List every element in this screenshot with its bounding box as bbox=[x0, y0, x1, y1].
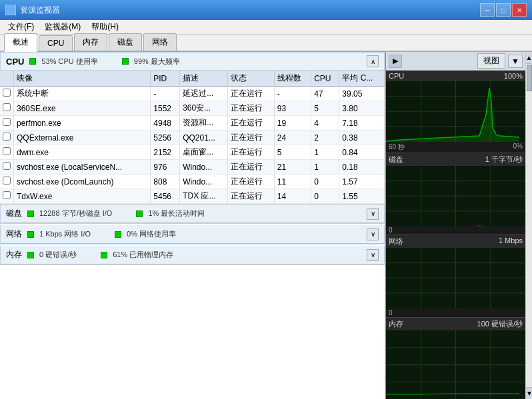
cpu-graph-right: 100% bbox=[504, 72, 523, 80]
cpu-section-header: CPU 53% CPU 使用率 99% 最大频率 ∧ bbox=[0, 52, 385, 71]
tab-memory[interactable]: 内存 bbox=[74, 33, 107, 51]
col-check bbox=[0, 71, 14, 87]
process-cpu: 2 bbox=[311, 131, 339, 145]
window-title: 资源监视器 bbox=[20, 5, 60, 16]
row-checkbox[interactable] bbox=[3, 147, 11, 155]
table-row[interactable]: perfmon.exe4948资源和...正在运行1947.18 bbox=[0, 116, 385, 131]
col-cpu: CPU bbox=[311, 71, 339, 87]
memory-graph-label: 内存 bbox=[389, 319, 403, 329]
row-checkbox[interactable] bbox=[3, 118, 11, 126]
process-threads: 93 bbox=[274, 101, 311, 116]
col-image: 映像 bbox=[14, 71, 151, 87]
process-desc: 延迟过... bbox=[180, 87, 228, 101]
row-checkbox[interactable] bbox=[3, 191, 11, 199]
disk-graph-right: 1 千字节/秒 bbox=[485, 155, 523, 165]
cpu-graph: CPU 100% bbox=[386, 71, 525, 153]
memory-graph-canvas bbox=[386, 330, 525, 400]
cpu-graph-time: 60 秒 bbox=[389, 143, 405, 152]
memory-graph-header: 内存 100 硬错误/秒 bbox=[386, 318, 525, 330]
menu-monitor[interactable]: 监视器(M) bbox=[39, 20, 86, 34]
col-pid: PID bbox=[151, 71, 180, 87]
table-row[interactable]: 系统中断-延迟过...正在运行-4739.05 bbox=[0, 87, 385, 101]
process-name: perfmon.exe bbox=[14, 116, 151, 131]
expand-right-btn[interactable]: ▶ bbox=[389, 55, 402, 68]
maximize-button[interactable]: □ bbox=[496, 3, 511, 17]
graph-section: CPU 100% bbox=[386, 71, 525, 399]
network-section: 网络 1 Kbps 网络 I/O 0% 网络使用率 ∨ bbox=[0, 225, 385, 244]
table-row[interactable]: svchost.exe (DcomLaunch)808Windo...正在运行1… bbox=[0, 175, 385, 189]
disk-graph-header: 磁盘 1 千字节/秒 bbox=[386, 153, 525, 166]
row-checkbox[interactable] bbox=[3, 103, 11, 111]
tab-cpu[interactable]: CPU bbox=[39, 35, 73, 51]
disk-graph-label: 磁盘 bbox=[389, 155, 403, 165]
view-dropdown[interactable]: ▼ bbox=[508, 55, 523, 68]
cpu-table-container: 映像 PID 描述 状态 线程数 CPU 平均 C... 系统中断-延迟过...… bbox=[0, 71, 385, 204]
scroll-thumb[interactable] bbox=[527, 65, 532, 91]
left-panel: CPU 53% CPU 使用率 99% 最大频率 ∧ 映像 PID 描述 状态 … bbox=[0, 52, 385, 399]
table-row[interactable]: 360SE.exe1552360安...正在运行9353.80 bbox=[0, 101, 385, 116]
row-checkbox[interactable] bbox=[3, 89, 11, 97]
process-threads: 21 bbox=[274, 160, 311, 175]
disk-graph-zero: 0 bbox=[389, 226, 393, 234]
network-dot bbox=[27, 231, 34, 238]
process-threads: 19 bbox=[274, 116, 311, 131]
memory-physical: 61% 已用物理内存 bbox=[113, 250, 173, 260]
right-panel: ▶ 视图 ▼ CPU 100% bbox=[385, 52, 525, 399]
disk-section-header[interactable]: 磁盘 12288 字节/秒磁盘 I/O 1% 最长活动时间 ∨ bbox=[1, 204, 384, 223]
process-status: 正在运行 bbox=[227, 101, 274, 116]
row-checkbox[interactable] bbox=[3, 133, 11, 141]
cpu-graph-canvas bbox=[386, 81, 525, 142]
menu-help[interactable]: 帮助(H) bbox=[86, 20, 124, 34]
tab-disk[interactable]: 磁盘 bbox=[109, 33, 142, 51]
memory-section: 内存 0 硬错误/秒 61% 已用物理内存 ∨ bbox=[0, 246, 385, 265]
process-avg-cpu: 3.80 bbox=[339, 101, 385, 116]
memory-expand-btn[interactable]: ∨ bbox=[367, 249, 379, 261]
minimize-button[interactable]: ─ bbox=[480, 3, 495, 17]
process-pid: 4948 bbox=[151, 116, 180, 131]
menu-bar: 文件(F) 监视器(M) 帮助(H) bbox=[0, 20, 532, 35]
process-avg-cpu: 1.55 bbox=[339, 189, 385, 204]
network-usage: 0% 网络使用率 bbox=[127, 229, 176, 239]
disk-title: 磁盘 bbox=[6, 208, 22, 219]
network-section-header[interactable]: 网络 1 Kbps 网络 I/O 0% 网络使用率 ∨ bbox=[1, 225, 384, 244]
menu-file[interactable]: 文件(F) bbox=[3, 20, 39, 34]
scrollbar[interactable]: ▲ ▼ bbox=[525, 52, 532, 399]
tab-overview[interactable]: 概述 bbox=[4, 33, 37, 52]
close-button[interactable]: ✕ bbox=[512, 3, 527, 17]
scroll-down-btn[interactable]: ▼ bbox=[526, 387, 532, 399]
network-graph-zero: 0 bbox=[389, 309, 393, 316]
scroll-up-btn[interactable]: ▲ bbox=[526, 52, 532, 64]
memory-section-header[interactable]: 内存 0 硬错误/秒 61% 已用物理内存 ∨ bbox=[1, 246, 384, 264]
process-avg-cpu: 0.18 bbox=[339, 160, 385, 175]
network-expand-btn[interactable]: ∨ bbox=[367, 228, 379, 240]
col-status: 状态 bbox=[227, 71, 274, 87]
process-pid: 808 bbox=[151, 175, 180, 189]
disk-active-dot bbox=[136, 210, 143, 217]
svg-marker-6 bbox=[386, 88, 519, 142]
network-graph-label: 网络 bbox=[389, 236, 403, 246]
table-row[interactable]: QQExternal.exe5256QQ201...正在运行2420.38 bbox=[0, 131, 385, 145]
table-row[interactable]: svchost.exe (LocalServiceN...976Windo...… bbox=[0, 160, 385, 175]
table-row[interactable]: TdxW.exe5456TDX 应...正在运行1401.55 bbox=[0, 189, 385, 204]
process-threads: 14 bbox=[274, 189, 311, 204]
process-threads: - bbox=[274, 87, 311, 101]
tab-network[interactable]: 网络 bbox=[143, 33, 177, 51]
memory-errors: 0 硬错误/秒 bbox=[39, 250, 77, 260]
view-button[interactable]: 视图 bbox=[477, 53, 505, 69]
cpu-graph-bottom: 60 秒 0% bbox=[386, 142, 525, 153]
process-threads: 24 bbox=[274, 131, 311, 145]
process-name: dwm.exe bbox=[14, 145, 151, 160]
svg-marker-13 bbox=[386, 226, 519, 226]
cpu-green-dot bbox=[29, 58, 36, 65]
row-checkbox[interactable] bbox=[3, 177, 11, 185]
disk-expand-btn[interactable]: ∨ bbox=[367, 208, 379, 220]
process-pid: 5256 bbox=[151, 131, 180, 145]
table-row[interactable]: dwm.exe2152桌面窗...正在运行510.84 bbox=[0, 145, 385, 160]
process-desc: 桌面窗... bbox=[180, 145, 228, 160]
disk-graph-canvas bbox=[386, 166, 525, 226]
cpu-expand-btn[interactable]: ∧ bbox=[367, 55, 379, 67]
process-name: TdxW.exe bbox=[14, 189, 151, 204]
row-checkbox[interactable] bbox=[3, 162, 11, 170]
memory-graph-right: 100 硬错误/秒 bbox=[477, 319, 523, 329]
disk-io: 12288 字节/秒磁盘 I/O bbox=[39, 208, 112, 218]
